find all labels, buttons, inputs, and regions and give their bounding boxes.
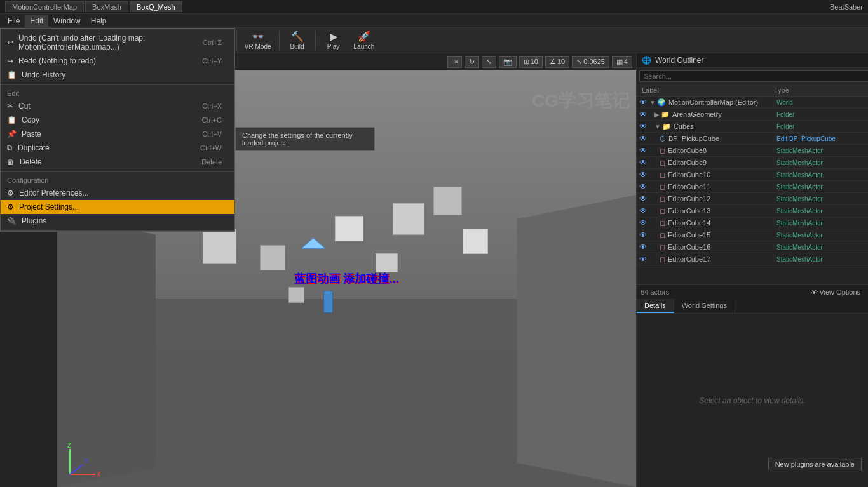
title-tab-boxqmesh[interactable]: BoxQ_Mesh: [130, 1, 182, 12]
outliner-item-cube10[interactable]: 👁◻EditorCube10StaticMeshActor: [637, 169, 868, 181]
eye-icon-cube10[interactable]: 👁: [639, 170, 647, 179]
outliner-cube12-label: EditorCube12: [668, 195, 776, 203]
grid-size-value[interactable]: ▦ 4: [612, 56, 632, 68]
expand-arrow-areageometry[interactable]: ▶: [654, 111, 660, 118]
eye-icon-areageometry[interactable]: 👁: [639, 110, 647, 119]
outliner-item-bppickupcube[interactable]: 👁 ⬡ BP_PickupCube Edit BP_PickupCube: [637, 133, 868, 145]
toolbar-play-label: Play: [327, 43, 339, 50]
snap-number: 10: [531, 58, 538, 65]
snap-value[interactable]: ⊞ 10: [519, 56, 543, 68]
title-tab-motioncontrollermap[interactable]: MotionControllerMap: [5, 1, 84, 12]
scale-icon[interactable]: ⤡: [482, 56, 496, 68]
mesh-icon-cube10: ◻: [660, 171, 665, 179]
eye-icon-cube9[interactable]: 👁: [639, 158, 647, 167]
outliner-item-cube8[interactable]: 👁◻EditorCube8StaticMeshActor: [637, 145, 868, 157]
title-bar: MotionControllerMap BoxMash BoxQ_Mesh Be…: [0, 0, 868, 14]
scale-snap-value[interactable]: ⤡ 0.0625: [572, 56, 609, 68]
rotate-icon[interactable]: ↻: [465, 56, 479, 68]
menu-window[interactable]: Window: [48, 15, 86, 27]
eye-icon-cube12[interactable]: 👁: [639, 194, 647, 203]
mesh-icon-cube9: ◻: [660, 159, 665, 167]
outliner-item-cube17[interactable]: 👁◻EditorCube17StaticMeshActor: [637, 253, 868, 265]
scene-diamond: [301, 237, 326, 250]
svg-marker-0: [302, 238, 325, 248]
menu-plugins[interactable]: 🔌Plugins: [1, 214, 234, 228]
eye-icon-cube16[interactable]: 👁: [639, 243, 647, 251]
outliner-item-cube11[interactable]: 👁◻EditorCube11StaticMeshActor: [637, 181, 868, 193]
outliner-item-cube16[interactable]: 👁◻EditorCube16StaticMeshActor: [637, 241, 868, 253]
details-tabs: Details World Settings: [637, 299, 868, 314]
outliner-item-cube9[interactable]: 👁◻EditorCube9StaticMeshActor: [637, 157, 868, 169]
outliner-cube8-label: EditorCube8: [668, 147, 776, 154]
outliner-cube8-type: StaticMeshActor: [776, 147, 865, 154]
menu-edit[interactable]: Edit: [25, 15, 48, 27]
toolbar-launch-btn[interactable]: 🚀 Launch: [350, 29, 379, 51]
plugin-notice-text: New plugins are available: [775, 460, 855, 468]
expand-arrow-world[interactable]: ▼: [649, 99, 656, 106]
toolbar-build-btn[interactable]: 🔨 Build: [283, 29, 311, 51]
outliner-cube10-type: StaticMeshActor: [776, 171, 865, 178]
menu-file[interactable]: File: [3, 15, 25, 27]
menu-project-settings[interactable]: ⚙Project Settings...: [1, 200, 234, 214]
outliner-item-cube12[interactable]: 👁◻EditorCube12StaticMeshActor: [637, 193, 868, 205]
outliner-item-cubes[interactable]: 👁 ▼ 📁 Cubes Folder: [637, 121, 868, 133]
eye-icon-cube17[interactable]: 👁: [639, 255, 647, 264]
outliner-item-world[interactable]: 👁 ▼ 🌍 MotionControllerMap (Editor) World: [637, 97, 868, 109]
title-tab-boxmash[interactable]: BoxMash: [85, 1, 128, 12]
eye-icon-cubes[interactable]: 👁: [639, 122, 647, 131]
outliner-item-cube13[interactable]: 👁◻EditorCube13StaticMeshActor: [637, 205, 868, 217]
toolbar-vrmode-btn[interactable]: 👓 VR Mode: [241, 29, 275, 51]
eye-icon-cube11[interactable]: 👁: [639, 182, 647, 191]
menu-redo[interactable]: ↪ Redo (Nothing to redo) Ctrl+Y: [1, 54, 234, 68]
eye-icon-cube8[interactable]: 👁: [639, 146, 647, 155]
outliner-cube12-type: StaticMeshActor: [776, 196, 865, 203]
mesh-icon-cube11: ◻: [660, 183, 665, 191]
toolbar-launch-label: Launch: [354, 43, 375, 50]
outliner-item-areageometry[interactable]: 👁 ▶ 📁 ArenaGeometry Folder: [637, 109, 868, 121]
tab-world-settings[interactable]: World Settings: [674, 299, 735, 313]
axis-indicator: X Z Y: [64, 443, 102, 481]
outliner-column-header: Label Type: [637, 84, 868, 97]
menu-editor-preferences[interactable]: ⚙Editor Preferences...: [1, 186, 234, 200]
menu-help[interactable]: Help: [86, 15, 112, 27]
eye-icon-cube13[interactable]: 👁: [639, 206, 647, 215]
scene-cube-6: [463, 229, 488, 254]
eye-icon-cube14[interactable]: 👁: [639, 218, 647, 227]
camera-speed-icon[interactable]: 📷: [499, 56, 517, 68]
mesh-icon-cube17: ◻: [660, 255, 665, 264]
tab-details[interactable]: Details: [637, 299, 674, 313]
title-bar-app-name: BeatSaber: [830, 3, 863, 11]
world-outliner-header: 🌐 World Outliner: [637, 53, 868, 68]
expand-arrow-cubes[interactable]: ▼: [654, 123, 661, 130]
outliner-cube17-type: StaticMeshActor: [776, 256, 865, 263]
outliner-search-input[interactable]: [639, 70, 868, 82]
menu-undo[interactable]: ↩ Undo (Can't undo after 'Loading map: M…: [1, 31, 234, 54]
outliner-cube13-label: EditorCube13: [668, 207, 776, 215]
launch-icon: 🚀: [358, 30, 370, 43]
eye-icon-world[interactable]: 👁: [639, 98, 647, 107]
menu-paste[interactable]: 📌Paste Ctrl+V: [1, 127, 234, 141]
toolbar-play-btn[interactable]: ▶ Play: [320, 29, 348, 51]
grid-size-icon: ▦: [616, 58, 623, 66]
eye-icon-bppickupcube[interactable]: 👁: [639, 134, 647, 143]
folder-icon-areageometry: 📁: [661, 110, 670, 119]
outliner-item-cube15[interactable]: 👁◻EditorCube15StaticMeshActor: [637, 229, 868, 241]
translate-icon[interactable]: ⇥: [447, 56, 462, 68]
scene-cube-1: [203, 229, 236, 264]
toolbar-sep-5: [315, 31, 316, 50]
menu-cut[interactable]: ✂Cut Ctrl+X: [1, 99, 234, 113]
menu-delete[interactable]: 🗑Delete Delete: [1, 155, 234, 169]
rot-snap-value[interactable]: ∠ 10: [545, 56, 569, 68]
menu-duplicate[interactable]: ⧉Duplicate Ctrl+W: [1, 141, 234, 155]
outliner-cube9-type: StaticMeshActor: [776, 159, 865, 166]
menu-undo-history[interactable]: 📋 Undo History: [1, 68, 234, 82]
toolbar-vrmode-label: VR Mode: [245, 43, 271, 50]
scene-cube-4: [393, 203, 424, 235]
outliner-cube14-label: EditorCube14: [668, 219, 776, 227]
scene-cube-8: [288, 287, 304, 303]
outliner-item-cube14[interactable]: 👁◻EditorCube14StaticMeshActor: [637, 217, 868, 229]
eye-icon-cube15[interactable]: 👁: [639, 230, 647, 239]
menu-copy[interactable]: 📋Copy Ctrl+C: [1, 113, 234, 127]
mesh-icon-cube8: ◻: [660, 147, 665, 155]
view-options-btn[interactable]: 👁 View Options: [807, 287, 864, 297]
